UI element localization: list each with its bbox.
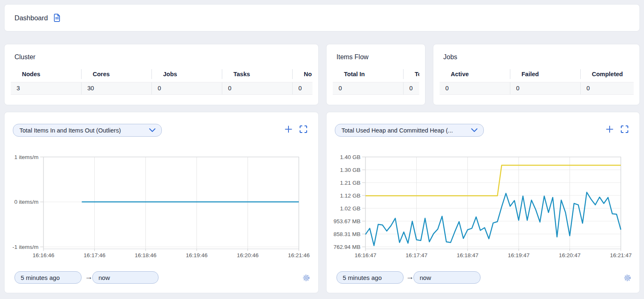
column-header: Active [440,69,510,79]
items-chart-plot[interactable]: 1 items/m0 items/m-1 items/m16:16:4616:1… [5,147,312,263]
jobs-stat-header: Active Failed Completed [440,69,634,79]
column-header: Completed [580,69,634,79]
svg-text:1.12 GB: 1.12 GB [340,193,360,199]
expand-chart-button[interactable] [299,125,308,134]
heap-chart-card: Total Used Heap and Committed Heap (... … [326,112,640,293]
heap-metric-selector-label: Total Used Heap and Committed Heap (... [341,127,453,134]
cluster-stat-table: Nodes Cores Jobs Tasks No 3 30 0 0 0 [11,69,312,95]
stat-value: 30 [81,82,151,94]
column-header: Total Out [403,69,419,79]
time-from-input[interactable] [14,271,82,284]
column-header: No [292,69,312,79]
svg-text:762.94 MB: 762.94 MB [334,244,360,250]
column-header: Nodes [11,69,81,79]
svg-text:16:18:46: 16:18:46 [135,252,157,258]
column-header: Total In [333,69,403,79]
top-bar: Dashboard [4,4,640,31]
chevron-down-icon [149,128,156,132]
heap-metric-selector[interactable]: Total Used Heap and Committed Heap (... [335,124,484,137]
jobs-card: Jobs Active Failed Completed 0 0 0 [433,44,640,105]
stat-value: 0 [580,82,634,94]
jobs-stat-table: Active Failed Completed 0 0 0 [440,69,634,95]
column-header: Cores [81,69,151,79]
cluster-card-title: Cluster [14,53,36,61]
svg-text:1.21 GB: 1.21 GB [340,180,360,186]
items-flow-stat-values: 0 0 [333,82,419,95]
items-flow-stat-header: Total In Total Out [333,69,419,79]
stat-value: 0 [510,82,580,94]
svg-text:16:16:46: 16:16:46 [33,252,55,258]
document-icon[interactable] [53,14,61,22]
time-range-arrow: → [406,272,414,282]
jobs-stat-values: 0 0 0 [440,82,634,95]
stat-value: 0 [440,82,510,94]
settings-icon[interactable] [302,273,311,282]
svg-text:1.02 GB: 1.02 GB [340,205,360,212]
svg-text:1.30 GB: 1.30 GB [340,167,360,173]
stat-value: 0 [403,82,419,94]
svg-text:858.31 MB: 858.31 MB [334,231,360,237]
items-flow-card-title: Items Flow [336,53,368,61]
jobs-card-title: Jobs [443,53,457,61]
heap-chart-plot[interactable]: 1.40 GB1.30 GB1.21 GB1.12 GB1.02 GB953.6… [327,147,634,263]
add-chart-button[interactable] [284,125,293,134]
svg-text:16:19:46: 16:19:46 [186,252,208,258]
cluster-card: Cluster Nodes Cores Jobs Tasks No 3 30 0… [4,44,319,105]
chevron-down-icon [471,128,478,132]
svg-text:16:21:46: 16:21:46 [288,252,310,258]
cluster-stat-values: 3 30 0 0 0 [11,82,312,95]
column-header: Failed [510,69,580,79]
dashboard-page: Dashboard Cluster Nodes Cores Jobs Tasks… [0,0,644,299]
svg-text:0 items/m: 0 items/m [14,199,38,205]
svg-text:16:18:47: 16:18:47 [457,252,479,258]
cluster-stat-header: Nodes Cores Jobs Tasks No [11,69,312,79]
svg-text:1.40 GB: 1.40 GB [340,154,360,160]
svg-text:16:20:47: 16:20:47 [559,252,581,258]
page-title: Dashboard [14,14,48,22]
svg-text:1 items/m: 1 items/m [14,154,38,160]
stat-value: 0 [151,82,222,94]
svg-text:16:20:46: 16:20:46 [237,252,259,258]
svg-text:-1 items/m: -1 items/m [12,244,38,250]
settings-icon[interactable] [623,273,632,282]
items-metric-selector[interactable]: Total Items In and Items Out (Outliers) [13,124,162,137]
stat-value: 0 [292,82,312,94]
time-to-input[interactable] [413,271,481,284]
items-flow-stat-table: Total In Total Out 0 0 [333,69,419,95]
svg-text:16:17:46: 16:17:46 [84,252,106,258]
stat-value: 0 [333,82,403,94]
svg-text:953.67 MB: 953.67 MB [334,218,360,224]
svg-text:16:21:47: 16:21:47 [610,252,632,258]
time-range-arrow: → [85,272,93,282]
time-to-input[interactable] [92,271,159,284]
items-flow-card: Items Flow Total In Total Out 0 0 [326,44,425,105]
expand-chart-button[interactable] [620,125,629,134]
items-chart-card: Total Items In and Items Out (Outliers) … [4,112,319,293]
svg-text:16:17:47: 16:17:47 [406,252,428,258]
time-from-input[interactable] [336,271,404,284]
add-chart-button[interactable] [605,125,614,134]
stat-value: 3 [11,82,81,94]
stat-value: 0 [222,82,292,94]
svg-text:16:16:47: 16:16:47 [355,252,377,258]
items-metric-selector-label: Total Items In and Items Out (Outliers) [19,127,121,134]
column-header: Jobs [151,69,222,79]
svg-text:16:19:47: 16:19:47 [508,252,530,258]
column-header: Tasks [222,69,292,79]
